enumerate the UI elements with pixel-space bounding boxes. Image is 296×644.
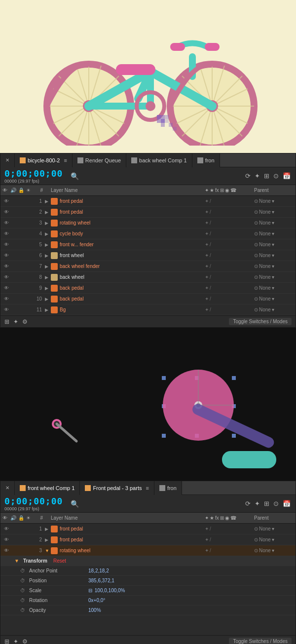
layer-vis-11[interactable]: 👁	[2, 307, 10, 312]
toggle-switches-btn-2[interactable]: Toggle Switches / Modes	[229, 638, 292, 644]
search-icon-2[interactable]: 🔍	[71, 500, 79, 508]
layer-vis-7[interactable]: 👁	[2, 264, 10, 269]
layer-expand-6[interactable]: ▶	[45, 253, 51, 258]
layer-name-8[interactable]: back wheel	[60, 274, 205, 280]
tab-menu-icon[interactable]: ≡	[64, 157, 67, 163]
layer-row-7[interactable]: 👁 7 ▶ back wheel fender ✦ / ⊙None▾	[0, 261, 296, 272]
bottom-icon-2[interactable]: ✦	[13, 318, 18, 325]
layer-vis-2[interactable]: 👁	[2, 209, 10, 215]
layer-vis-5[interactable]: 👁	[2, 242, 10, 247]
toggle-switches-btn-1[interactable]: Toggle Switches / Modes	[229, 318, 292, 325]
layer-row-9[interactable]: 👁 9 ▶ back pedal ✦ / ⊙None▾	[0, 283, 296, 294]
layer-row-b1[interactable]: 👁 1 ▶ front pedal ✦ / ⊙None▾	[0, 524, 296, 534]
layer-expand-2[interactable]: ▶	[45, 210, 51, 215]
layer-row-1[interactable]: 👁 1 ▶ front pedal ✦ / ⊙ None ▾	[0, 196, 296, 207]
layer-name-b1[interactable]: front pedal	[60, 526, 205, 531]
layer-name-6[interactable]: front wheel	[60, 253, 205, 258]
bottom-icon-b1[interactable]: ⊞	[4, 638, 9, 644]
layer-expand-3[interactable]: ▶	[45, 221, 51, 226]
layer-expand-b3[interactable]: ▼	[45, 548, 51, 553]
layer-row-2[interactable]: 👁 2 ▶ front pedal ✦ / ⊙ None ▾	[0, 207, 296, 218]
stopwatch-opacity-icon[interactable]: ⏱	[20, 607, 27, 613]
layer-vis-6[interactable]: 👁	[2, 253, 10, 258]
layer-expand-4[interactable]: ▶	[45, 231, 51, 236]
layer-vis-b1[interactable]: 👁	[2, 526, 10, 531]
toolbar-btn-1[interactable]: ⟳	[244, 171, 252, 181]
toolbar-btn-2-2[interactable]: ✦	[254, 499, 261, 508]
layer-vis-4[interactable]: 👁	[2, 231, 10, 236]
tab-front-pedal-3parts[interactable]: Front pedal - 3 parts ≡	[80, 481, 154, 495]
scale-value-text[interactable]: 100,0,100,0%	[95, 588, 125, 593]
rotation-value[interactable]: 0x+0,0°	[88, 598, 105, 603]
parent-arrow-2[interactable]: ▾	[272, 209, 274, 215]
layer-vis-9[interactable]: 👁	[2, 285, 10, 291]
layer-vis-1[interactable]: 👁	[2, 198, 10, 204]
toolbar-btn-5[interactable]: 📅	[282, 171, 292, 181]
layer-row-8[interactable]: 👁 8 ▶ back wheel ✦ / ⊙None▾	[0, 272, 296, 283]
tab-pedal-menu-icon[interactable]: ≡	[146, 485, 148, 491]
parent-arrow-1[interactable]: ▾	[272, 198, 274, 204]
stopwatch-anchor-icon[interactable]: ⏱	[20, 568, 27, 573]
layer-expand-5[interactable]: ▶	[45, 242, 51, 247]
layer-row-11[interactable]: 👁 11 ▶ Bg ✦ / ⊙None▾	[0, 304, 296, 315]
layer-row-4[interactable]: 👁 4 ▶ cycle body ✦ / ⊙None▾	[0, 228, 296, 239]
layer-name-b3[interactable]: rotating wheel	[60, 548, 205, 553]
timecode-display-2[interactable]: 0;00;00;00	[4, 496, 63, 506]
layer-expand-10[interactable]: ▶	[45, 297, 51, 302]
layer-vis-8[interactable]: 👁	[2, 274, 10, 280]
layer-expand-1[interactable]: ▶	[45, 199, 51, 204]
layer-name-5[interactable]: front w... fender	[60, 242, 205, 247]
close-icon-bottom[interactable]: ✕	[5, 485, 9, 491]
layer-vis-b3[interactable]: 👁	[2, 548, 10, 553]
stopwatch-scale-icon[interactable]: ⏱	[20, 588, 27, 593]
layer-name-7[interactable]: back wheel fender	[60, 264, 205, 269]
layer-row-10[interactable]: 👁 10 ▶ back pedal ✦ / ⊙None▾	[0, 294, 296, 304]
layer-name-4[interactable]: cycle body	[60, 231, 205, 236]
stopwatch-position-icon[interactable]: ⏱	[20, 578, 27, 583]
close-icon[interactable]: ✕	[5, 157, 9, 163]
toolbar-btn-2-3[interactable]: ⊞	[263, 499, 270, 508]
tab-close-btn[interactable]: ✕	[0, 153, 15, 167]
layer-row-6[interactable]: 👁 6 ▶ front wheel ✦ / ⊙None▾	[0, 250, 296, 261]
layer-name-11[interactable]: Bg	[60, 307, 205, 312]
layer-row-3[interactable]: 👁 3 ▶ rotating wheel ✦ / ⊙ None ▾	[0, 218, 296, 228]
tab-frontwheel-close[interactable]: ✕	[0, 481, 15, 495]
layer-name-b2[interactable]: front pedal	[60, 537, 205, 542]
timecode-display[interactable]: 0;00;00;00	[4, 168, 63, 179]
layer-expand-11[interactable]: ▶	[45, 307, 51, 312]
tab-bicycle-800-2[interactable]: bicycle-800-2 ≡	[15, 153, 73, 167]
layer-name-10[interactable]: back pedal	[60, 296, 205, 302]
toolbar-btn-2-1[interactable]: ⟳	[244, 499, 252, 508]
stopwatch-rotation-icon[interactable]: ⏱	[20, 598, 27, 603]
tab-front-partial[interactable]: fron	[192, 153, 220, 167]
scale-value[interactable]: ⊟ 100,0,100,0%	[88, 588, 125, 593]
bottom-icon-b2[interactable]: ✦	[13, 638, 18, 644]
bottom-icon-1[interactable]: ⊞	[4, 318, 9, 325]
layer-row-5[interactable]: 👁 5 ▶ front w... fender ✦ / ⊙None▾	[0, 239, 296, 250]
toolbar-btn-2-4[interactable]: ⊙	[272, 499, 280, 508]
layer-row-b2[interactable]: 👁 2 ▶ front pedal ✦ / ⊙None▾	[0, 534, 296, 545]
bottom-icon-3[interactable]: ⚙	[22, 318, 28, 325]
layer-name-1[interactable]: front pedal	[60, 198, 205, 204]
tab-back-wheel[interactable]: back wheel Comp 1	[126, 153, 192, 167]
layer-expand-7[interactable]: ▶	[45, 264, 51, 269]
layer-expand-b1[interactable]: ▶	[45, 527, 51, 531]
layer-vis-10[interactable]: 👁	[2, 296, 10, 302]
parent-arrow-3[interactable]: ▾	[272, 220, 274, 226]
toolbar-btn-3[interactable]: ⊞	[263, 171, 270, 181]
position-value[interactable]: 385,6,372,1	[88, 578, 114, 583]
toolbar-btn-2-5[interactable]: 📅	[282, 499, 292, 508]
layer-name-9[interactable]: back pedal	[60, 285, 205, 291]
transform-reset-btn[interactable]: Reset	[53, 558, 66, 564]
tab-front-partial-2[interactable]: fron	[154, 481, 182, 495]
search-icon[interactable]: 🔍	[71, 172, 79, 180]
layer-expand-8[interactable]: ▶	[45, 275, 51, 280]
layer-name-2[interactable]: front pedal	[60, 209, 205, 215]
toolbar-btn-4[interactable]: ⊙	[272, 171, 280, 181]
layer-row-b3[interactable]: 👁 3 ▼ rotating wheel ✦ / ⊙None▾	[0, 545, 296, 556]
layer-expand-9[interactable]: ▶	[45, 286, 51, 291]
layer-vis-b2[interactable]: 👁	[2, 537, 10, 542]
anchor-point-value[interactable]: 18,2,18,2	[88, 568, 109, 573]
layer-name-3[interactable]: rotating wheel	[60, 220, 205, 226]
opacity-value[interactable]: 100%	[88, 607, 101, 613]
